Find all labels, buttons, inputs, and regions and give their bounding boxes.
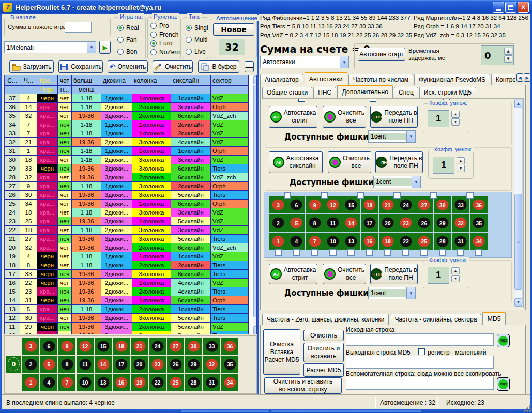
bet-number-25[interactable]: 25 [415, 233, 433, 250]
transfer-pn-button[interactable]: →ПН Передать вполе ПН [370, 106, 418, 128]
table-row[interactable]: 2032кра...чет19-363дюжи...2колонка6сикла… [5, 243, 256, 252]
tab-2[interactable]: ПНС [313, 87, 336, 98]
bet-number-32[interactable]: 32 [452, 214, 469, 232]
bet-number-19[interactable]: 19 [379, 233, 397, 250]
chevron-down-icon[interactable]: ▼ [412, 176, 420, 188]
street-checkbox[interactable] [311, 249, 318, 256]
bet-number-8[interactable]: 8 [306, 214, 324, 232]
board-number-18[interactable]: 18 [113, 338, 130, 355]
table-row[interactable]: 188чернчет1-181дюжи...2колонка2сиклайнTi… [5, 261, 256, 270]
bet-number-5[interactable]: 5 [287, 214, 305, 232]
bet-checkbox[interactable] [370, 98, 376, 102]
chevron-down-icon[interactable]: ▼ [406, 287, 415, 299]
tab-1[interactable]: Общие ставки [262, 87, 312, 98]
board-number-19[interactable]: 19 [131, 374, 148, 391]
tab-2[interactable]: Автоставки [305, 72, 347, 85]
street-checkbox[interactable] [475, 249, 482, 256]
table-row[interactable]: 279кра...неч1-181дюжи...3колонка2сиклайн… [5, 182, 256, 191]
chips-combo[interactable]: 1cent ▼ [368, 287, 416, 299]
table-row[interactable]: 311кра...неч1-181дюжи...1колонка1сиклайн… [5, 147, 256, 156]
sixline-checkbox[interactable] [284, 192, 291, 199]
chevron-down-icon[interactable]: ▼ [87, 42, 96, 53]
board-number-32[interactable]: 32 [203, 356, 220, 373]
bet-checkbox[interactable] [298, 98, 305, 102]
start-sum-input[interactable] [65, 22, 92, 33]
table-row[interactable]: 2325кра...неч19-363дюжи...1колонка5сикла… [5, 217, 256, 226]
bet-number-26[interactable]: 26 [415, 214, 433, 232]
tab-2[interactable]: Частота - сиклайны, сектора [390, 314, 481, 325]
chips-combo[interactable]: 1cent ▼ [368, 130, 416, 143]
board-number-26[interactable]: 26 [167, 356, 184, 373]
board-number-13[interactable]: 13 [95, 374, 112, 391]
chevron-down-icon[interactable]: ▼ [340, 56, 348, 68]
sixline-checkbox[interactable] [321, 192, 328, 199]
scrollbar-thumb[interactable]: ≡ [514, 194, 522, 290]
tabs-scroll-left-button[interactable]: ◀ [516, 73, 523, 82]
board-number-17[interactable]: 17 [113, 356, 130, 373]
board-number-27[interactable]: 27 [167, 338, 184, 355]
resize-grip[interactable] [524, 405, 531, 412]
table-row[interactable]: 2418кра...чет1-182дюжи...3колонка3сиклай… [5, 208, 256, 217]
bet-number-29[interactable]: 29 [434, 214, 451, 232]
board-number-33[interactable]: 33 [203, 338, 220, 355]
street-checkbox[interactable] [275, 249, 282, 256]
table-row[interactable]: 2630кра...чет19-363дюжи...3колонка5сикла… [5, 191, 256, 200]
board-number-20[interactable]: 20 [131, 356, 148, 373]
md5-clear-paste-aux-button[interactable]: Очистить и вставить во вспом. строку [264, 377, 342, 394]
board-number-31[interactable]: 31 [203, 374, 220, 391]
bet-number-28[interactable]: 28 [434, 233, 451, 250]
table-row[interactable]: 135кра...неч1-181дюжи...2колонка1сиклайн… [5, 305, 256, 314]
table-row[interactable]: 374чернчет1-181дюжи...1колонка1сиклайнVd… [5, 94, 256, 103]
table-row[interactable]: 2534кра...чет19-363дюжи...1колонка6сикла… [5, 200, 256, 208]
tab-1[interactable]: Анализатор [260, 74, 303, 85]
spin-up-button[interactable]: ▲ [451, 111, 460, 118]
street-checkbox[interactable] [457, 249, 464, 256]
chevron-down-icon[interactable]: ▼ [406, 131, 415, 142]
autobet-split-button[interactable]: A2 Автоставкасплит [269, 106, 317, 128]
board-number-23[interactable]: 23 [149, 356, 166, 373]
table-row[interactable]: 2127кра...неч19-363дюжи...3колонка5сикла… [5, 235, 256, 243]
scroll-up-button[interactable]: ▲ [514, 100, 522, 108]
street-checkbox[interactable] [420, 249, 428, 256]
table-row[interactable]: 3532кра...чет19-363дюжи...2колонка6сикла… [5, 112, 256, 120]
bet-number-17[interactable]: 17 [361, 214, 378, 232]
board-number-29[interactable]: 29 [185, 356, 202, 373]
collapse-button[interactable]: — [245, 61, 254, 72]
board-number-7[interactable]: 7 [58, 374, 75, 391]
md5-clear-paste-button[interactable]: Очистить и вставить [303, 343, 344, 362]
table-row[interactable]: 194чернчет1-181дюжи...1колонка1сиклайнVd… [5, 252, 256, 261]
undo-button[interactable]: ↶ Отменить [108, 60, 148, 73]
tab-5[interactable]: Контроль банкрол [491, 74, 515, 85]
board-number-16[interactable]: 16 [113, 374, 130, 391]
spin-down-button[interactable]: ▼ [457, 165, 465, 172]
street-checkbox[interactable] [293, 249, 300, 256]
radio-option-nozero[interactable]: NoZero [150, 49, 180, 56]
street-checkbox[interactable] [366, 249, 373, 256]
close-button[interactable]: × [518, 2, 529, 13]
board-number-10[interactable]: 10 [77, 374, 94, 391]
board-number-3[interactable]: 3 [22, 338, 39, 355]
md5-aux-input[interactable] [346, 377, 494, 390]
spin-up-button[interactable]: ▲ [451, 267, 460, 274]
bet-number-23[interactable]: 23 [397, 214, 415, 232]
board-number-1[interactable]: 1 [22, 374, 39, 391]
table-row[interactable]: 1733черннеч19-363дюжи...3колонка6сиклайн… [5, 270, 256, 279]
radio-option-french[interactable]: French [150, 31, 180, 38]
radio-option-singl[interactable]: Singl [186, 24, 208, 32]
table-row[interactable]: 347кра...неч1-181дюжи...1колонка2сиклайн… [5, 120, 256, 129]
clear-all-button[interactable]: Очиститьвсе [328, 151, 371, 173]
board-number-22[interactable]: 22 [149, 374, 166, 391]
panel-splitter[interactable] [257, 14, 259, 395]
tab-3[interactable]: Дополнительно [337, 85, 393, 98]
sixline-checkbox[interactable] [393, 192, 401, 199]
delay-spinner[interactable]: 0 ▲ ▼ [481, 45, 514, 65]
tab-4[interactable]: Спец [394, 87, 418, 98]
clear-all-button[interactable]: Очиститьвсе [323, 106, 366, 128]
autobet-sixline-button[interactable]: A6 Автоставкасикслайн [269, 151, 323, 173]
radio-option-real[interactable]: Real [117, 24, 139, 32]
board-number-8[interactable]: 8 [58, 356, 75, 373]
copy-buffer-button[interactable]: В буфер [198, 60, 239, 73]
street-checkbox[interactable] [439, 249, 446, 256]
table-row[interactable]: 1523кра...неч19-362дюжи...2колонка4сикла… [5, 287, 256, 296]
register-checkbox[interactable] [418, 348, 425, 355]
